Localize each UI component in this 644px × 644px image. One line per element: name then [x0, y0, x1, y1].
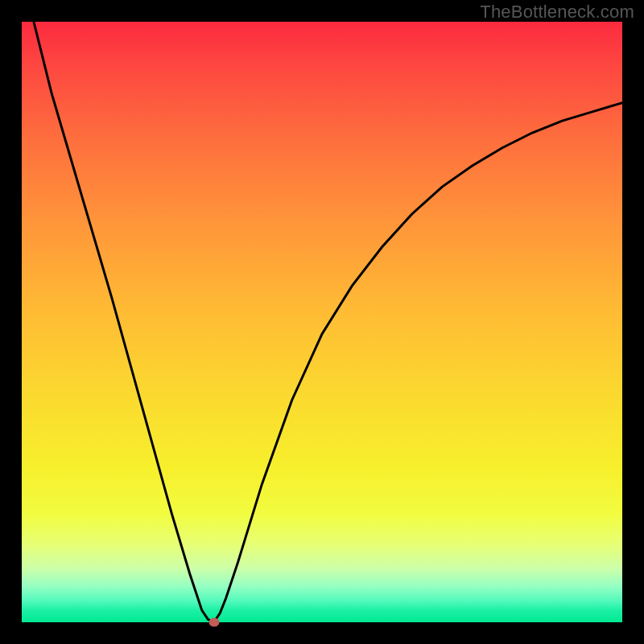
- chart-frame: TheBottleneck.com: [0, 0, 644, 644]
- plot-area: [22, 22, 622, 622]
- minimum-marker: [208, 618, 219, 627]
- curve-path: [34, 22, 622, 622]
- curve-svg: [22, 22, 622, 622]
- attribution-label: TheBottleneck.com: [480, 2, 634, 23]
